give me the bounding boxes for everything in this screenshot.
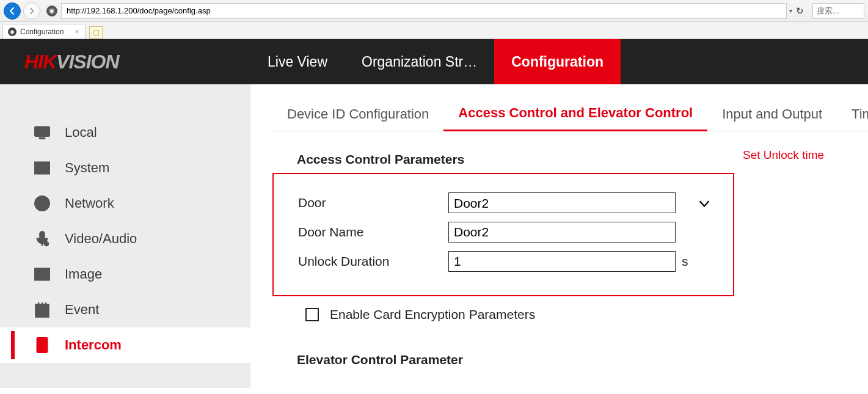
dropdown-icon[interactable]: ▾ xyxy=(789,7,792,14)
door-name-label: Door Name xyxy=(290,225,448,239)
sidebar-item-intercom[interactable]: Intercom xyxy=(0,327,250,363)
browser-search-input[interactable] xyxy=(812,3,864,19)
nav-organization[interactable]: Organization Str… xyxy=(345,39,494,84)
refresh-icon[interactable]: ↻ xyxy=(796,5,804,16)
sidebar-item-label: Intercom xyxy=(65,337,122,353)
url-input[interactable] xyxy=(61,3,787,19)
url-controls: ▾ ↻ xyxy=(789,5,809,16)
sidebar-item-system[interactable]: System xyxy=(0,150,250,186)
unlock-unit: s xyxy=(682,254,696,269)
browser-tab-strip: ◉ Configuration × ▢ xyxy=(0,22,868,39)
svg-rect-18 xyxy=(39,340,45,345)
sidebar-item-image[interactable]: Image xyxy=(0,257,250,292)
svg-rect-2 xyxy=(35,162,49,174)
svg-point-19 xyxy=(41,348,44,351)
sidebar-item-network[interactable]: Network xyxy=(0,186,250,221)
logo: HIKVISION xyxy=(0,39,250,84)
subtab-time[interactable]: Tim xyxy=(837,100,868,131)
annotation-set-unlock-time: Set Unlock time xyxy=(743,148,824,162)
mic-icon xyxy=(33,230,51,248)
sidebar-item-label: Video/Audio xyxy=(65,231,137,247)
sidebar-item-label: Local xyxy=(65,125,97,140)
subtab-input-output[interactable]: Input and Output xyxy=(707,100,837,131)
sidebar-item-label: Image xyxy=(65,266,102,282)
svg-rect-12 xyxy=(36,305,49,317)
sidebar-item-local[interactable]: Local xyxy=(0,115,250,150)
sidebar: Local System Network Video/Audio Image xyxy=(0,84,250,388)
tab-title: Configuration xyxy=(20,27,64,36)
browser-back-button[interactable] xyxy=(4,2,21,20)
highlight-box: Door Door2 Door Name xyxy=(272,173,734,296)
image-icon xyxy=(33,265,51,283)
svg-point-11 xyxy=(38,270,40,272)
nav-configuration[interactable]: Configuration xyxy=(494,39,621,84)
site-favicon: ◉ xyxy=(46,5,57,16)
sidebar-item-video-audio[interactable]: Video/Audio xyxy=(0,221,250,257)
monitor-icon xyxy=(33,123,51,142)
new-tab-button[interactable]: ▢ xyxy=(89,26,103,38)
door-label: Door xyxy=(290,195,448,210)
enable-card-encryption-label: Enable Card Encryption Parameters xyxy=(330,307,535,322)
sidebar-item-label: Network xyxy=(65,195,114,211)
browser-forward-button[interactable] xyxy=(23,2,40,20)
section-title-elevator: Elevator Control Parameter xyxy=(272,352,868,373)
unlock-duration-input[interactable] xyxy=(448,251,676,272)
sidebar-item-event[interactable]: Event xyxy=(0,292,250,327)
sidebar-item-label: System xyxy=(65,160,109,176)
unlock-duration-label: Unlock Duration xyxy=(290,254,448,269)
sub-tabs: Device ID Configuration Access Control a… xyxy=(272,99,868,131)
svg-rect-0 xyxy=(35,127,49,136)
browser-nav-bar: ◉ ▾ ↻ xyxy=(0,0,868,22)
top-nav: Live View Organization Str… Configuratio… xyxy=(250,39,621,84)
tab-close-icon[interactable]: × xyxy=(75,27,79,36)
logo-part2: VISION xyxy=(56,51,119,73)
window-icon xyxy=(33,159,51,177)
chevron-down-icon xyxy=(698,197,711,212)
sidebar-item-label: Event xyxy=(65,302,99,318)
content-area: Device ID Configuration Access Control a… xyxy=(250,84,868,388)
tab-favicon: ◉ xyxy=(8,27,16,36)
logo-part1: HIK xyxy=(24,51,56,73)
intercom-icon xyxy=(33,336,51,354)
browser-tab[interactable]: ◉ Configuration × xyxy=(2,24,86,38)
nav-live-view[interactable]: Live View xyxy=(250,39,345,84)
globe-icon xyxy=(33,194,51,213)
subtab-device-id[interactable]: Device ID Configuration xyxy=(272,100,443,131)
calendar-icon xyxy=(33,301,51,319)
svg-rect-1 xyxy=(39,137,45,139)
door-select[interactable]: Door2 xyxy=(448,192,676,213)
enable-card-encryption-checkbox[interactable] xyxy=(305,308,319,321)
door-name-input[interactable] xyxy=(448,222,676,243)
app-header: HIKVISION Live View Organization Str… Co… xyxy=(0,39,868,84)
subtab-access-control[interactable]: Access Control and Elevator Control xyxy=(443,99,707,131)
